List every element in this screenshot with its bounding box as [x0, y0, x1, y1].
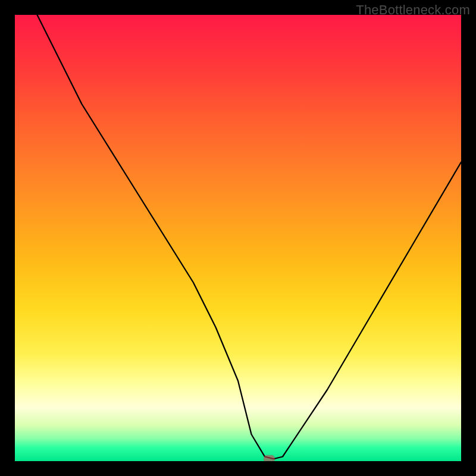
chart-link[interactable] — [15, 15, 461, 461]
chart-frame: TheBottleneck.com — [0, 0, 476, 476]
